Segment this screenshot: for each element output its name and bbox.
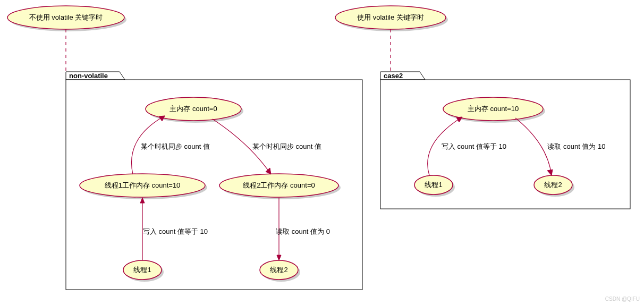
title-right-label: 使用 volatile 关键字时 xyxy=(357,13,424,21)
mainmem-right-label: 主内存 count=10 xyxy=(468,105,519,113)
edge-write-left-label: 写入 count 值等于 10 xyxy=(143,227,208,235)
thread1-right-label: 线程1 xyxy=(425,181,442,189)
thread2mem-left-label: 线程2工作内存 count=0 xyxy=(243,181,315,189)
thread2-left-label: 线程2 xyxy=(270,266,287,274)
title-left-label: 不使用 volatile 关键字时 xyxy=(29,13,103,21)
thread1-left-label: 线程1 xyxy=(133,266,151,274)
diagram-canvas: 不使用 volatile 关键字时 non-volatile 主内存 count… xyxy=(0,0,644,304)
mainmem-left-label: 主内存 count=0 xyxy=(170,105,217,113)
edge-write-right-label: 写入 count 值等于 10 xyxy=(442,142,506,150)
tab-left-label: non-volatile xyxy=(69,72,108,80)
edge-read-right-label: 读取 count 值为 10 xyxy=(547,142,605,150)
tab-right-label: case2 xyxy=(384,72,403,80)
thread1mem-left-label: 线程1工作内存 count=10 xyxy=(105,181,181,189)
watermark: CSDN @QIFU xyxy=(605,296,640,302)
edge-sync2-label: 某个时机同步 count 值 xyxy=(252,142,321,150)
thread2-right-label: 线程2 xyxy=(544,181,562,189)
edge-sync1-label: 某个时机同步 count 值 xyxy=(141,142,210,150)
edge-read-left-label: 读取 count 值为 0 xyxy=(276,227,330,235)
